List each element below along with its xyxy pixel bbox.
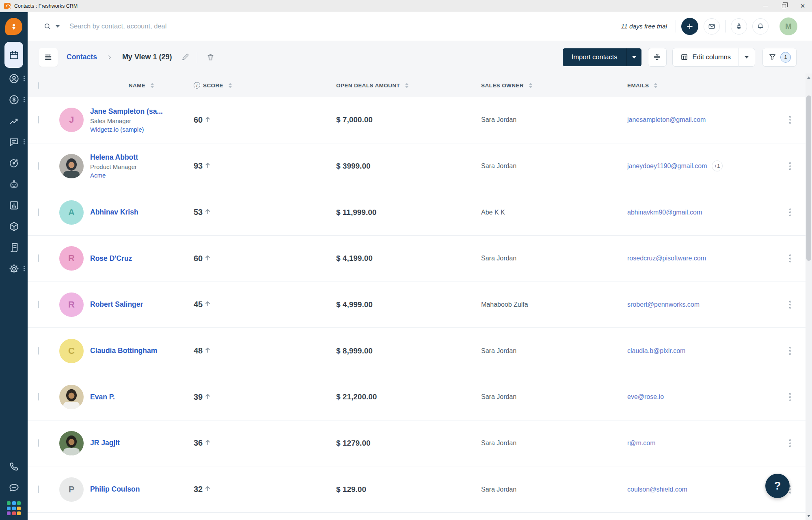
score-up-arrow-icon [204,346,212,355]
row-kebab-menu-icon[interactable] [786,347,794,355]
sidebar-item-phone[interactable] [0,456,28,477]
help-button[interactable]: ? [765,474,790,498]
settings-kebab-icon[interactable] [24,266,25,271]
edit-view-button[interactable] [181,53,190,61]
contact-email-link[interactable]: srobert@pennworks.com [627,301,700,308]
rocket-icon [735,22,743,30]
row-kebab-menu-icon[interactable] [786,439,794,447]
search-scope-caret-icon[interactable] [56,25,60,28]
view-list-button[interactable] [39,48,58,67]
select-all-checkbox[interactable] [38,82,39,89]
contact-email-link[interactable]: janeydoey1190@gmail.com [627,162,707,170]
row-density-button[interactable] [648,48,667,67]
search-input[interactable] [69,22,329,30]
deals-kebab-icon[interactable] [24,97,25,102]
row-checkbox[interactable] [38,254,39,262]
contact-name-link[interactable]: Abhinav Krish [90,208,192,217]
row-checkbox[interactable] [38,485,39,493]
contact-name-link[interactable]: Philip Coulson [90,485,192,494]
user-avatar[interactable]: M [780,17,797,35]
contact-name-link[interactable]: Robert Salinger [90,300,192,309]
sidebar-item-analytics[interactable] [0,110,28,131]
freshworks-logo[interactable] [5,18,22,35]
contact-email-link[interactable]: eve@rose.io [627,393,664,401]
contact-email-link[interactable]: claudia.b@pixlr.com [627,347,685,355]
header-open-deals-amount[interactable]: OPEN DEALS AMOUNT [336,82,479,89]
current-view-label[interactable]: My View 1 (29) [122,53,172,61]
row-checkbox[interactable] [38,393,39,401]
contact-email-link[interactable]: coulson@shield.com [627,486,687,493]
contact-name-link[interactable]: Evan P. [90,393,192,401]
extra-emails-badge[interactable]: +1 [712,160,723,171]
delete-view-button[interactable] [206,53,215,61]
scrollbar-thumb[interactable] [806,95,811,261]
row-checkbox[interactable] [38,301,39,308]
restore-button[interactable] [775,0,793,12]
import-dropdown-caret[interactable] [627,56,641,58]
contact-name-link[interactable]: JR Jagjit [90,439,192,447]
row-checkbox[interactable] [38,439,39,447]
row-kebab-menu-icon[interactable] [786,162,794,170]
row-checkbox[interactable] [38,208,39,216]
close-button[interactable]: ✕ [793,0,812,12]
vertical-scrollbar[interactable] [806,74,812,520]
header-name[interactable]: NAME [129,82,154,89]
sidebar-item-calendar[interactable] [4,42,23,68]
email-button[interactable] [704,18,720,35]
contact-name-link[interactable]: Jane Sampleton (sa... [90,107,192,116]
score-up-arrow-icon [204,208,212,217]
row-kebab-menu-icon[interactable] [786,208,794,217]
deals-dollar-icon [9,94,19,105]
sidebar-item-settings[interactable] [0,258,28,279]
sidebar-item-products[interactable] [0,216,28,237]
sidebar-item-deals[interactable] [0,89,28,110]
breadcrumb-contacts-link[interactable]: Contacts [67,53,97,61]
score-up-arrow-icon [204,254,212,263]
sidebar-item-reports[interactable] [0,195,28,216]
edit-columns-caret[interactable] [739,56,755,58]
import-contacts-button[interactable]: Import contacts [563,48,641,66]
row-kebab-menu-icon[interactable] [786,116,794,124]
header-score[interactable]: i SCORE [194,82,232,89]
row-kebab-menu-icon[interactable] [786,254,794,262]
onboarding-button[interactable] [731,18,747,35]
contact-name-link[interactable]: Helena Abbott [90,153,192,162]
edit-columns-button[interactable]: Edit columns [672,48,755,67]
sidebar-item-goals[interactable] [0,152,28,173]
row-kebab-menu-icon[interactable] [786,393,794,401]
filters-button[interactable]: 1 [762,48,797,67]
header-emails[interactable]: EMAILS [627,82,657,89]
sort-icon [529,83,532,88]
contact-email-link[interactable]: r@m.com [627,440,656,447]
sidebar-item-conversations[interactable] [0,131,28,152]
quick-add-button[interactable] [681,18,698,35]
contact-company-link[interactable]: Acme [90,172,192,179]
row-kebab-menu-icon[interactable] [786,301,794,309]
row-checkbox[interactable] [38,347,39,355]
search-icon[interactable] [43,22,52,30]
scroll-down-arrow-icon[interactable] [806,513,812,519]
scroll-up-arrow-icon[interactable] [806,74,812,81]
sidebar-item-chat-bubble[interactable] [0,477,28,498]
contact-email-link[interactable]: abhinavkm90@gmail.com [627,209,702,216]
chat-bubble-icon [9,482,19,493]
row-checkbox[interactable] [38,116,39,124]
conversations-kebab-icon[interactable] [24,139,25,145]
row-checkbox[interactable] [38,162,39,170]
header-sales-owner[interactable]: SALES OWNER [481,82,625,89]
minimize-button[interactable] [756,0,775,12]
contact-name-link[interactable]: Claudia Bottingham [90,347,192,355]
sidebar-item-documents[interactable] [0,237,28,258]
sidebar-item-contacts[interactable] [0,68,28,89]
contact-email-link[interactable]: rosedcruz@pisoftware.com [627,255,706,262]
apps-grid-icon[interactable] [7,501,21,515]
open-deals-amount: $ 7,000.00 [336,115,373,124]
collapse-rows-icon [652,52,662,62]
sidebar-item-bot[interactable] [0,173,28,195]
contacts-kebab-icon[interactable] [24,76,25,81]
contact-name-link[interactable]: Rose D'Cruz [90,254,192,263]
table-row: C Claudia Bottingham 48 $ 8,999.00 Sara … [28,328,812,374]
contact-email-link[interactable]: janesampleton@gmail.com [627,116,706,124]
notifications-button[interactable] [752,18,769,35]
contact-company-link[interactable]: Widgetz.io (sample) [90,126,192,133]
